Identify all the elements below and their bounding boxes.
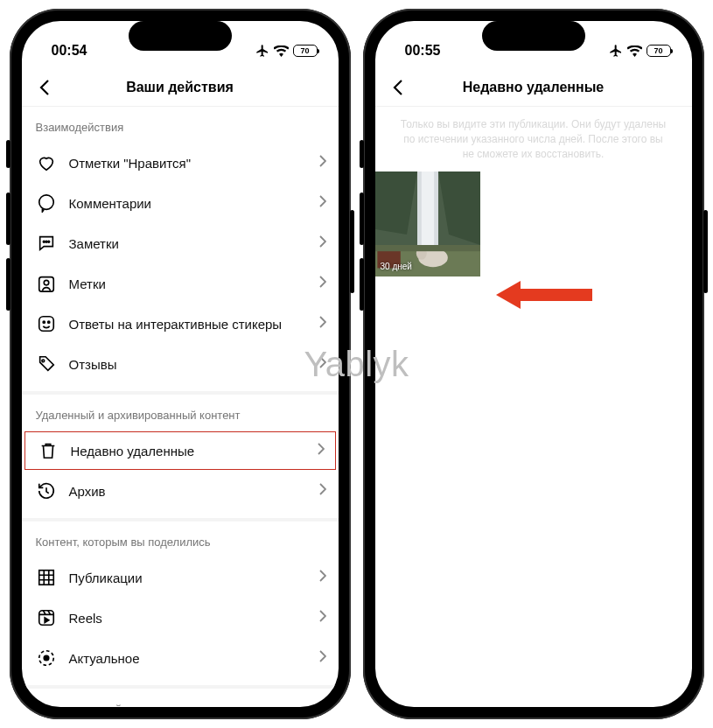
chevron-left-icon [393, 79, 403, 96]
svg-rect-6 [38, 317, 53, 332]
svg-rect-11 [38, 611, 53, 626]
info-text: Только вы видите эти публикации. Они буд… [375, 107, 692, 172]
battery-icon: 70 [647, 45, 671, 57]
heart-icon [36, 152, 57, 173]
chevron-right-icon [319, 483, 326, 499]
page-title: Недавно удаленные [463, 80, 605, 95]
list-label: Недавно удаленные [71, 444, 305, 458]
svg-marker-25 [496, 281, 592, 309]
svg-point-5 [44, 280, 49, 285]
list-label: Отметки "Нравится" [69, 156, 307, 171]
chevron-right-icon [319, 610, 326, 626]
deleted-grid: 30 дней [375, 172, 692, 276]
chevron-right-icon [319, 155, 326, 171]
volume-up-button [6, 192, 10, 245]
phone-left: 00:54 70 Ваши действия Взаимодействия От… [10, 9, 351, 719]
list-label: Ответы на интерактивные стикеры [69, 317, 307, 332]
history-icon [36, 480, 57, 501]
deleted-thumb[interactable]: 30 дней [375, 172, 480, 276]
status-indicators: 70 [255, 44, 318, 58]
list-label: Отзывы [69, 357, 307, 372]
chevron-right-icon [319, 650, 326, 666]
list-label: Заметки [69, 236, 307, 251]
section-header-shared: Контент, которым вы поделились [22, 522, 339, 557]
tag-person-icon [36, 273, 57, 294]
chevron-right-icon [319, 195, 326, 211]
wifi-icon [627, 46, 642, 57]
days-badge: 30 дней [381, 262, 412, 271]
section-header-interactions: Взаимодействия [22, 107, 339, 143]
wifi-icon [274, 46, 289, 57]
comments-row[interactable]: Комментарии [22, 183, 339, 223]
chevron-left-icon [39, 79, 50, 96]
sticker-replies-row[interactable]: Ответы на интерактивные стикеры [22, 304, 339, 344]
svg-point-13 [44, 655, 49, 661]
list-label: Комментарии [69, 196, 307, 211]
svg-point-3 [47, 241, 49, 242]
volume-up-button [360, 192, 364, 245]
svg-rect-4 [38, 277, 53, 292]
reels-row[interactable]: Reels [22, 598, 339, 638]
screen-left: 00:54 70 Ваши действия Взаимодействия От… [22, 21, 339, 707]
svg-point-9 [41, 360, 44, 362]
content-scroll[interactable]: Только вы видите эти публикации. Они буд… [375, 107, 692, 707]
svg-rect-10 [38, 570, 53, 585]
airplane-icon [609, 44, 623, 58]
tags-row[interactable]: Метки [22, 263, 339, 304]
airplane-icon [255, 44, 269, 58]
battery-icon: 70 [293, 45, 318, 57]
note-icon [36, 233, 57, 254]
list-label: Публикации [69, 570, 307, 585]
comment-icon [36, 192, 57, 214]
svg-point-7 [43, 321, 45, 323]
nav-header: Недавно удаленные [375, 68, 692, 107]
page-title: Ваши действия [126, 80, 234, 95]
chevron-right-icon [319, 276, 326, 291]
status-time: 00:54 [52, 43, 87, 59]
reviews-row[interactable]: Отзывы [22, 344, 339, 384]
posts-row[interactable]: Публикации [22, 557, 339, 598]
chevron-right-icon [319, 356, 326, 372]
chevron-right-icon [319, 570, 326, 585]
list-label: Метки [69, 276, 307, 291]
chevron-right-icon [319, 235, 326, 251]
back-button[interactable] [386, 75, 410, 100]
highlights-row[interactable]: Актуальное [22, 638, 339, 678]
status-indicators: 70 [609, 44, 671, 58]
dynamic-island [129, 21, 232, 51]
reels-icon [36, 607, 57, 628]
chevron-right-icon [318, 443, 325, 458]
notes-row[interactable]: Заметки [22, 223, 339, 263]
svg-point-2 [45, 241, 47, 242]
grid-icon [36, 567, 57, 588]
nav-header: Ваши действия [22, 68, 339, 107]
likes-row[interactable]: Отметки "Нравится" [22, 143, 339, 183]
screen-right: 00:55 70 Недавно удаленные Только вы вид… [375, 21, 692, 707]
content-scroll[interactable]: Взаимодействия Отметки "Нравится" Коммен… [22, 107, 339, 707]
list-label: Reels [69, 611, 307, 626]
section-header-recommended: Рекомендуемый контент [22, 689, 339, 707]
list-label: Актуальное [69, 651, 307, 666]
svg-point-0 [38, 195, 53, 210]
list-label: Архив [69, 484, 307, 499]
volume-down-button [360, 258, 364, 311]
volume-down-button [6, 258, 10, 311]
phone-right: 00:55 70 Недавно удаленные Только вы вид… [363, 9, 704, 719]
svg-point-1 [43, 241, 45, 242]
dynamic-island [482, 21, 585, 51]
side-button [360, 140, 364, 168]
highlight-icon [36, 648, 57, 668]
power-button [703, 210, 708, 293]
back-button[interactable] [32, 75, 57, 100]
pricetag-icon [36, 354, 57, 374]
status-time: 00:55 [405, 43, 441, 59]
trash-icon [38, 440, 59, 461]
archive-row[interactable]: Архив [22, 471, 339, 511]
svg-rect-19 [421, 172, 433, 250]
recently-deleted-row[interactable]: Недавно удаленные [24, 430, 337, 471]
side-button [6, 140, 10, 168]
power-button [350, 210, 354, 293]
chevron-right-icon [319, 316, 326, 332]
svg-point-8 [47, 321, 49, 323]
section-header-deleted: Удаленный и архивированный контент [22, 395, 339, 430]
